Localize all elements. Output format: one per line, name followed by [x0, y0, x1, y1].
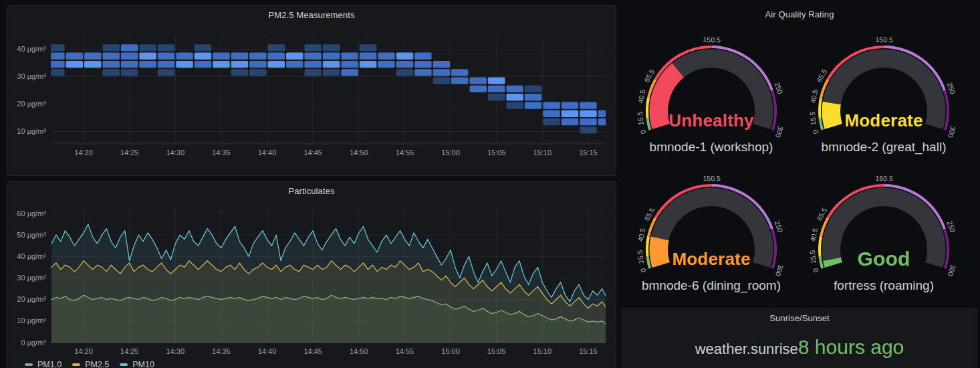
- heatmap-cell[interactable]: [543, 110, 560, 117]
- heatmap-cell[interactable]: [176, 53, 193, 60]
- heatmap-cell[interactable]: [470, 86, 487, 92]
- panel-title-air-quality-rating[interactable]: Air Quality Rating: [622, 9, 977, 19]
- pm25-heatmap-canvas[interactable]: 14:2014:2514:3014:3514:4014:4514:5014:55…: [7, 6, 616, 175]
- heatmap-cell[interactable]: [396, 53, 414, 60]
- heatmap-cell[interactable]: [47, 61, 65, 68]
- heatmap-cell[interactable]: [103, 69, 120, 76]
- heatmap-cell[interactable]: [304, 61, 322, 68]
- heatmap-cell[interactable]: [286, 61, 303, 68]
- heatmap-cell[interactable]: [66, 53, 84, 60]
- heatmap-cell[interactable]: [525, 86, 542, 92]
- heatmap-cell[interactable]: [103, 61, 120, 68]
- heatmap-cell[interactable]: [506, 94, 523, 100]
- heatmap-cell[interactable]: [213, 53, 230, 60]
- heatmap-cell[interactable]: [176, 61, 193, 68]
- heatmap-cell[interactable]: [84, 53, 102, 60]
- heatmap-cell[interactable]: [304, 44, 322, 51]
- heatmap-cell[interactable]: [433, 69, 451, 76]
- legend-item-pm10[interactable]: PM10: [120, 360, 154, 368]
- heatmap-cell[interactable]: [47, 69, 65, 76]
- legend-item-pm1[interactable]: PM1.0: [25, 360, 62, 368]
- heatmap-cell[interactable]: [396, 61, 414, 68]
- gauge-tick-label: 150.5: [703, 174, 721, 182]
- heatmap-cell[interactable]: [341, 61, 358, 68]
- heatmap-cell[interactable]: [304, 69, 322, 76]
- heatmap-cell[interactable]: [121, 53, 138, 60]
- heatmap-cell[interactable]: [580, 126, 597, 133]
- heatmap-cell[interactable]: [158, 44, 174, 51]
- heatmap-cell[interactable]: [598, 110, 616, 117]
- heatmap-cell[interactable]: [488, 78, 505, 84]
- heatmap-cell[interactable]: [488, 86, 505, 92]
- heatmap-cell[interactable]: [525, 94, 542, 100]
- heatmap-cell[interactable]: [562, 110, 579, 117]
- heatmap-cell[interactable]: [562, 102, 579, 108]
- heatmap-cell[interactable]: [47, 44, 65, 51]
- heatmap-cell[interactable]: [378, 61, 395, 68]
- heatmap-cell[interactable]: [543, 118, 560, 125]
- heatmap-cell[interactable]: [231, 69, 249, 76]
- heatmap-cell[interactable]: [158, 61, 174, 68]
- heatmap-cell[interactable]: [103, 44, 120, 51]
- heatmap-cell[interactable]: [231, 61, 249, 68]
- heatmap-cell[interactable]: [433, 61, 451, 68]
- heatmap-cell[interactable]: [304, 53, 322, 60]
- heatmap-cell[interactable]: [139, 61, 156, 68]
- heatmap-cell[interactable]: [433, 78, 451, 84]
- heatmap-cell[interactable]: [525, 102, 542, 108]
- heatmap-cell[interactable]: [139, 44, 156, 51]
- heatmap-cell[interactable]: [121, 69, 138, 76]
- heatmap-cell[interactable]: [580, 102, 597, 108]
- particulates-chart-canvas[interactable]: 14:2014:2514:3014:3514:4014:4514:5014:55…: [7, 182, 616, 357]
- panel-title-sunrise-sunset[interactable]: Sunrise/Sunset: [622, 313, 977, 323]
- heatmap-cell[interactable]: [158, 53, 174, 60]
- heatmap-cell[interactable]: [103, 53, 120, 60]
- heatmap-cell[interactable]: [562, 118, 579, 125]
- heatmap-cell[interactable]: [213, 61, 230, 68]
- heatmap-cell[interactable]: [66, 61, 84, 68]
- heatmap-cell[interactable]: [268, 53, 285, 60]
- heatmap-cell[interactable]: [414, 61, 432, 68]
- gauge-bmnode-6-state: Moderate: [631, 247, 791, 271]
- heatmap-cell[interactable]: [414, 53, 432, 60]
- heatmap-cell[interactable]: [341, 69, 358, 76]
- heatmap-cell[interactable]: [360, 53, 377, 60]
- heatmap-cell[interactable]: [195, 61, 212, 68]
- heatmap-cell[interactable]: [360, 44, 377, 51]
- heatmap-cell[interactable]: [158, 69, 174, 76]
- heatmap-cell[interactable]: [231, 53, 249, 60]
- heatmap-cell[interactable]: [195, 44, 212, 51]
- heatmap-cell[interactable]: [47, 53, 65, 60]
- heatmap-cell[interactable]: [470, 78, 487, 84]
- heatmap-cell[interactable]: [360, 61, 377, 68]
- heatmap-cell[interactable]: [451, 78, 469, 84]
- heatmap-cell[interactable]: [543, 102, 560, 108]
- heatmap-cell[interactable]: [341, 53, 358, 60]
- legend-item-pm25[interactable]: PM2.5: [72, 360, 109, 368]
- heatmap-cell[interactable]: [249, 53, 267, 60]
- heatmap-cell[interactable]: [268, 44, 285, 51]
- heatmap-cell[interactable]: [414, 69, 432, 76]
- heatmap-cell[interactable]: [506, 86, 523, 92]
- heatmap-cell[interactable]: [84, 61, 102, 68]
- heatmap-cell[interactable]: [249, 69, 267, 76]
- heatmap-cell[interactable]: [580, 110, 597, 117]
- heatmap-cell[interactable]: [121, 44, 138, 51]
- heatmap-cell[interactable]: [286, 53, 303, 60]
- heatmap-cell[interactable]: [139, 53, 156, 60]
- heatmap-cell[interactable]: [451, 69, 469, 76]
- heatmap-cell[interactable]: [598, 118, 616, 125]
- heatmap-cell[interactable]: [378, 53, 395, 60]
- heatmap-cell[interactable]: [488, 94, 505, 100]
- heatmap-cell[interactable]: [580, 118, 597, 125]
- heatmap-cell[interactable]: [323, 44, 340, 51]
- heatmap-cell[interactable]: [195, 53, 212, 60]
- heatmap-cell[interactable]: [323, 69, 340, 76]
- heatmap-cell[interactable]: [249, 61, 267, 68]
- heatmap-cell[interactable]: [323, 53, 340, 60]
- heatmap-cell[interactable]: [121, 61, 138, 68]
- heatmap-cell[interactable]: [323, 61, 340, 68]
- heatmap-cell[interactable]: [268, 61, 285, 68]
- heatmap-cell[interactable]: [506, 102, 523, 108]
- heatmap-cell[interactable]: [396, 69, 414, 76]
